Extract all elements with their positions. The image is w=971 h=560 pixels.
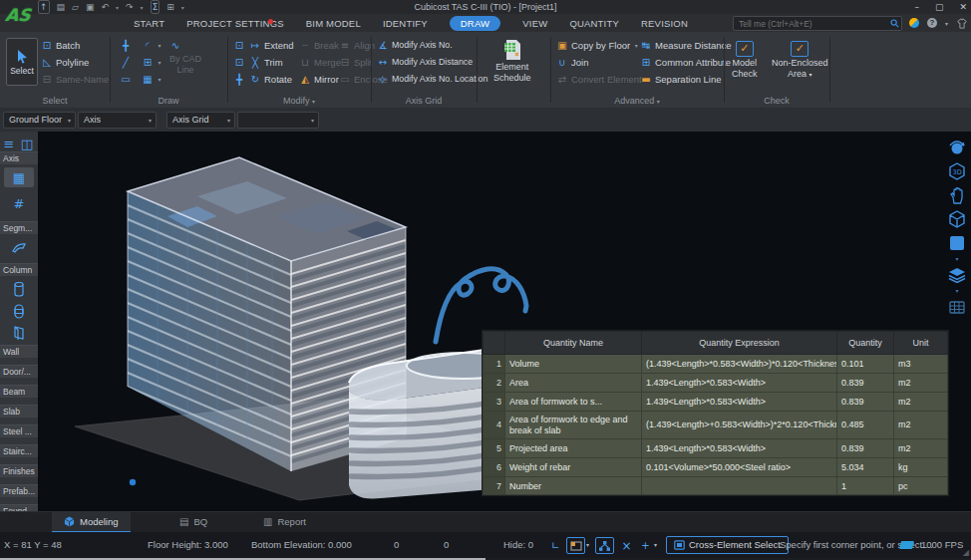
paint-icon[interactable] (899, 541, 914, 549)
redo-icon[interactable]: ↷ (126, 1, 134, 13)
sidebar-group-beam[interactable]: Beam (0, 385, 38, 398)
x-marker-icon[interactable]: × (617, 537, 636, 554)
line-tool-icon[interactable]: ╱ (120, 54, 132, 70)
view-3d-icon[interactable]: 3D (946, 161, 968, 181)
orbit-icon[interactable] (946, 138, 968, 157)
modify-axis-no-button[interactable]: ∡Modify Axis No. (377, 37, 487, 53)
quick-access-more-icon[interactable]: ▾ (181, 4, 184, 11)
table-row[interactable]: 7Number 1pc (484, 477, 948, 495)
rotate-button[interactable]: ↻Rotate (249, 71, 294, 87)
undo-caret-icon[interactable]: ▾ (116, 4, 119, 11)
column-capsule-icon[interactable] (4, 301, 34, 321)
cross-element-select-button[interactable]: Cross-Element Select (666, 536, 789, 554)
rect-select-mode-icon[interactable] (566, 537, 585, 554)
select-tool-button[interactable]: Select (6, 38, 38, 86)
sidebar-group-column[interactable]: Column (0, 263, 38, 276)
tellme-search[interactable] (733, 16, 902, 31)
sidebar-group-steel[interactable]: Steel ... (0, 424, 38, 437)
schedule-grid-icon[interactable]: ⊞ (166, 1, 174, 13)
brand-icon[interactable] (909, 18, 919, 28)
sum-icon[interactable]: Σ (151, 0, 161, 14)
theme-shirt-icon[interactable] (956, 18, 968, 29)
floor-dropdown[interactable]: Ground Floor▾ (3, 112, 76, 129)
tab-revision[interactable]: REVISION (641, 18, 688, 29)
tab-report[interactable]: ▥Report (251, 512, 318, 531)
tab-bq[interactable]: ▤BQ (167, 512, 219, 531)
sidebar-group-axis[interactable]: Axis (0, 151, 38, 164)
group-label-advanced[interactable]: Advanced ▾ (550, 96, 724, 106)
hatch-tool-icon[interactable]: ⊞▾ (142, 54, 162, 70)
tab-quantity[interactable]: QUANTITY (569, 18, 619, 29)
trim-button[interactable]: ╳Trim (249, 54, 294, 70)
snap-caret-icon[interactable]: ▾ (654, 532, 657, 558)
join-button[interactable]: ∪Join (556, 54, 642, 70)
extra-dropdown[interactable]: ▾ (237, 112, 319, 129)
minimize-button[interactable]: – (914, 0, 919, 14)
save-icon[interactable]: ▣ (86, 1, 95, 13)
element-name-dropdown[interactable]: Axis▾ (78, 112, 157, 129)
polyline-select-button[interactable]: ◺Polyline (41, 54, 109, 70)
non-enclosed-area-button[interactable]: ✓ Non-Enclosed Area ▾ (772, 41, 828, 80)
measure-distance-button[interactable]: ↹Measure Distance (640, 37, 732, 53)
sidebar-group-slab[interactable]: Slab (0, 405, 38, 418)
snap-crosshair-icon[interactable]: + (636, 537, 655, 554)
model-check-button[interactable]: ✓ Model Check (732, 41, 758, 79)
new-file-icon[interactable]: ▤ (57, 1, 66, 13)
tab-bim-model[interactable]: BIM MODEL (306, 18, 361, 29)
modify-axis-distance-button[interactable]: ↔Modify Axis Distance (377, 54, 487, 70)
tab-modeling[interactable]: Modeling (52, 512, 131, 533)
column-round-icon[interactable] (4, 279, 34, 299)
table-row[interactable]: 5Projected area 1.439<Length>*0.583<Widt… (484, 439, 948, 458)
resize-grip[interactable]: ◢ (963, 548, 969, 557)
column-poly-icon[interactable] (4, 323, 34, 343)
by-cad-line-button[interactable]: By CAD Line (169, 54, 201, 84)
open-folder-icon[interactable]: ▱ (72, 1, 79, 13)
spline-tool-icon[interactable]: ∿ (169, 37, 201, 53)
close-button[interactable]: ✕ (959, 0, 967, 14)
arc-tool-icon[interactable]: ◜▾ (142, 37, 162, 53)
help-icon[interactable]: ? (927, 18, 937, 28)
upload-icon[interactable]: ↑ (38, 0, 50, 14)
redo-caret-icon[interactable]: ▾ (141, 4, 144, 11)
floor-grid-icon[interactable] (946, 297, 968, 317)
layers-caret-icon[interactable]: ▾ (955, 289, 958, 293)
undo-icon[interactable]: ↶ (102, 1, 110, 13)
maximize-button[interactable]: ▢ (935, 0, 944, 14)
convert-element-button[interactable]: ⇄Convert Element (556, 71, 642, 87)
pan-icon[interactable] (946, 185, 968, 205)
table-row[interactable]: 3Area of formwork to s... 1.439<Length>*… (484, 393, 948, 412)
trim-source-icon[interactable]: ⊡ (233, 54, 245, 70)
solid-view-caret-icon[interactable]: ▾ (955, 257, 958, 261)
axis-grid-icon[interactable]: ▦ (4, 167, 34, 187)
tab-project-settings[interactable]: PROJECT SETTINGS (186, 18, 284, 29)
wireframe-cube-icon[interactable] (946, 209, 968, 229)
linked-elements-icon[interactable] (595, 537, 614, 554)
sidebar-group-wall[interactable]: Wall (0, 345, 38, 358)
grid-tool-icon[interactable]: ▦▾ (142, 71, 162, 87)
rect-select-caret-icon[interactable]: ▾ (586, 532, 589, 558)
layers-icon[interactable] (946, 265, 968, 285)
tab-start[interactable]: START (134, 18, 164, 29)
sidebar-group-prefab[interactable]: Prefab... (0, 484, 38, 497)
tab-draw[interactable]: DRAW (450, 16, 500, 31)
merge-button[interactable]: ⊔Merge (299, 54, 341, 70)
mirror-button[interactable]: ◭Mirror (299, 71, 341, 87)
same-name-select-button[interactable]: ⊟Same-Name (41, 71, 109, 87)
move-icon[interactable]: ╋ (233, 71, 245, 87)
element-list-icon[interactable]: ≡ (0, 134, 18, 153)
table-row[interactable]: 4Area of formwork to edge and break of s… (484, 412, 948, 439)
extend-source-icon[interactable]: ⊡ (233, 37, 245, 53)
sidebar-group-finishes[interactable]: Finishes (0, 464, 38, 477)
break-button[interactable]: ┄Break (299, 37, 341, 53)
sidebar-group-door[interactable]: Door/... (0, 365, 38, 378)
secondary-grid-icon[interactable]: # (4, 193, 34, 213)
common-attribute-button[interactable]: ⊞Common Attribute (640, 54, 732, 70)
sidebar-group-segment[interactable]: Segm... (0, 221, 38, 234)
extend-button[interactable]: ↦Extend (249, 37, 294, 53)
point-tool-icon[interactable]: ╋ (120, 37, 132, 53)
help-caret-icon[interactable]: ▾ (945, 20, 948, 27)
table-row[interactable]: 1Volume (1.439<Length>*0.583<Width>)*0.1… (484, 355, 948, 374)
segment-icon[interactable] (4, 237, 34, 257)
sidebar-group-staircase[interactable]: Stairc... (0, 444, 38, 457)
panel-icon[interactable]: ◫ (18, 134, 36, 153)
